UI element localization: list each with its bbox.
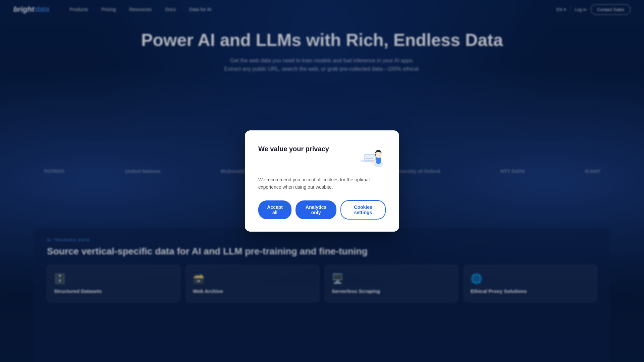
privacy-modal: We value your privacy We r	[245, 130, 399, 232]
svg-rect-6	[366, 159, 373, 159]
privacy-illustration	[356, 142, 386, 169]
cookies-settings-button[interactable]: Cookies settings	[340, 200, 386, 220]
modal-overlay: We value your privacy We r	[0, 0, 644, 362]
accept-all-button[interactable]: Accept all	[258, 200, 291, 219]
modal-title: We value your privacy	[258, 142, 329, 153]
modal-header: We value your privacy	[258, 142, 386, 169]
modal-actions: Accept all Analytics only Cookies settin…	[258, 200, 386, 220]
modal-body: We recommend you accept all cookies for …	[258, 176, 386, 191]
analytics-only-button[interactable]: Analytics only	[296, 200, 336, 219]
svg-rect-2	[365, 155, 375, 160]
